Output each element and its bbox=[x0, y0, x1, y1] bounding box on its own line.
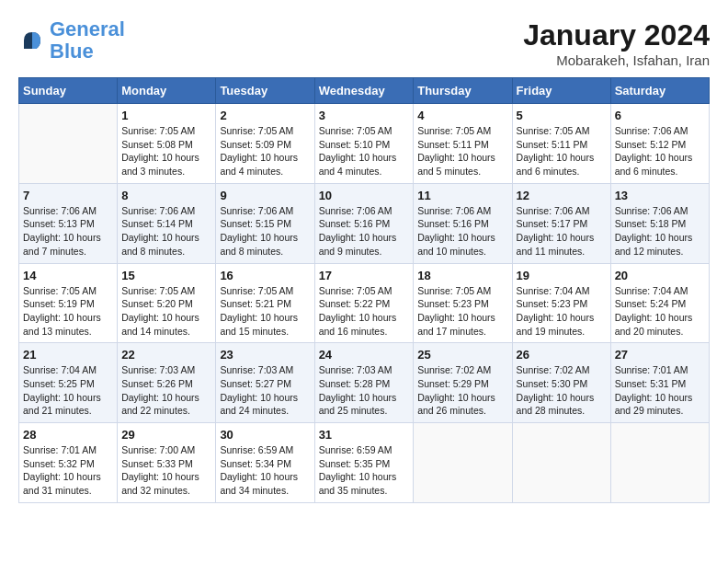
day-info: Sunrise: 7:05 AMSunset: 5:08 PMDaylight:… bbox=[121, 124, 211, 178]
day-info: Sunrise: 7:06 AMSunset: 5:16 PMDaylight:… bbox=[319, 204, 410, 259]
day-info: Sunrise: 7:05 AMSunset: 5:21 PMDaylight:… bbox=[220, 284, 310, 339]
weekday-header: Thursday bbox=[414, 78, 512, 104]
day-info: Sunrise: 7:06 AMSunset: 5:17 PMDaylight:… bbox=[517, 204, 607, 259]
day-info: Sunrise: 7:05 AMSunset: 5:11 PMDaylight:… bbox=[517, 124, 607, 178]
calendar-cell: 7Sunrise: 7:06 AMSunset: 5:13 PMDaylight… bbox=[19, 183, 118, 263]
calendar-cell: 9Sunrise: 7:06 AMSunset: 5:15 PMDaylight… bbox=[216, 183, 314, 263]
day-info: Sunrise: 7:05 AMSunset: 5:11 PMDaylight:… bbox=[417, 124, 507, 178]
day-info: Sunrise: 7:01 AMSunset: 5:31 PMDaylight:… bbox=[615, 363, 705, 418]
calendar-cell: 8Sunrise: 7:06 AMSunset: 5:14 PMDaylight… bbox=[118, 183, 216, 263]
day-number: 31 bbox=[319, 428, 410, 442]
day-number: 27 bbox=[615, 348, 705, 362]
day-info: Sunrise: 7:05 AMSunset: 5:09 PMDaylight:… bbox=[220, 124, 310, 178]
day-info: Sunrise: 7:06 AMSunset: 5:15 PMDaylight:… bbox=[220, 204, 310, 259]
calendar-cell: 19Sunrise: 7:04 AMSunset: 5:23 PMDayligh… bbox=[512, 263, 610, 343]
day-number: 26 bbox=[517, 348, 607, 362]
calendar-cell: 29Sunrise: 7:00 AMSunset: 5:33 PMDayligh… bbox=[118, 423, 216, 503]
calendar-cell: 6Sunrise: 7:06 AMSunset: 5:12 PMDaylight… bbox=[610, 104, 709, 184]
weekday-header: Tuesday bbox=[216, 78, 314, 104]
calendar-cell bbox=[19, 104, 118, 184]
calendar-cell: 10Sunrise: 7:06 AMSunset: 5:16 PMDayligh… bbox=[314, 183, 414, 263]
day-number: 23 bbox=[220, 348, 310, 362]
calendar-cell: 21Sunrise: 7:04 AMSunset: 5:25 PMDayligh… bbox=[19, 343, 118, 423]
calendar-cell: 20Sunrise: 7:04 AMSunset: 5:24 PMDayligh… bbox=[610, 263, 709, 343]
day-number: 3 bbox=[319, 109, 410, 122]
calendar-cell: 31Sunrise: 6:59 AMSunset: 5:35 PMDayligh… bbox=[314, 423, 414, 503]
logo-icon bbox=[18, 27, 46, 54]
day-info: Sunrise: 7:05 AMSunset: 5:22 PMDaylight:… bbox=[319, 284, 410, 339]
day-info: Sunrise: 7:04 AMSunset: 5:24 PMDaylight:… bbox=[615, 284, 705, 339]
day-info: Sunrise: 7:01 AMSunset: 5:32 PMDaylight:… bbox=[23, 443, 113, 498]
logo-text: GeneralBlue bbox=[50, 18, 125, 63]
logo: GeneralBlue bbox=[18, 18, 125, 63]
day-number: 1 bbox=[121, 109, 211, 122]
calendar-cell: 4Sunrise: 7:05 AMSunset: 5:11 PMDaylight… bbox=[414, 104, 512, 184]
day-number: 4 bbox=[417, 109, 507, 122]
weekday-header: Friday bbox=[512, 78, 610, 104]
day-number: 14 bbox=[23, 269, 113, 282]
calendar-cell: 18Sunrise: 7:05 AMSunset: 5:23 PMDayligh… bbox=[414, 263, 512, 343]
calendar-week-row: 21Sunrise: 7:04 AMSunset: 5:25 PMDayligh… bbox=[19, 343, 710, 423]
location: Mobarakeh, Isfahan, Iran bbox=[523, 52, 710, 68]
calendar-cell: 23Sunrise: 7:03 AMSunset: 5:27 PMDayligh… bbox=[216, 343, 314, 423]
day-number: 12 bbox=[517, 189, 607, 202]
calendar-cell: 13Sunrise: 7:06 AMSunset: 5:18 PMDayligh… bbox=[610, 183, 709, 263]
calendar-cell: 11Sunrise: 7:06 AMSunset: 5:16 PMDayligh… bbox=[414, 183, 512, 263]
weekday-header: Monday bbox=[118, 78, 216, 104]
calendar-cell: 5Sunrise: 7:05 AMSunset: 5:11 PMDaylight… bbox=[512, 104, 610, 184]
day-info: Sunrise: 7:05 AMSunset: 5:20 PMDaylight:… bbox=[121, 284, 211, 339]
day-info: Sunrise: 7:02 AMSunset: 5:30 PMDaylight:… bbox=[517, 363, 607, 418]
calendar-cell: 12Sunrise: 7:06 AMSunset: 5:17 PMDayligh… bbox=[512, 183, 610, 263]
calendar-cell: 16Sunrise: 7:05 AMSunset: 5:21 PMDayligh… bbox=[216, 263, 314, 343]
calendar-cell: 17Sunrise: 7:05 AMSunset: 5:22 PMDayligh… bbox=[314, 263, 414, 343]
day-number: 5 bbox=[517, 109, 607, 122]
day-info: Sunrise: 7:06 AMSunset: 5:14 PMDaylight:… bbox=[121, 204, 211, 259]
day-info: Sunrise: 7:03 AMSunset: 5:28 PMDaylight:… bbox=[319, 363, 410, 418]
calendar-cell: 3Sunrise: 7:05 AMSunset: 5:10 PMDaylight… bbox=[314, 104, 414, 184]
day-number: 22 bbox=[121, 348, 211, 362]
calendar-cell: 30Sunrise: 6:59 AMSunset: 5:34 PMDayligh… bbox=[216, 423, 314, 503]
day-info: Sunrise: 7:05 AMSunset: 5:10 PMDaylight:… bbox=[319, 124, 410, 178]
weekday-header: Sunday bbox=[19, 78, 118, 104]
day-info: Sunrise: 7:06 AMSunset: 5:16 PMDaylight:… bbox=[417, 204, 507, 259]
page-header: GeneralBlue January 2024 Mobarakeh, Isfa… bbox=[18, 18, 710, 68]
day-info: Sunrise: 6:59 AMSunset: 5:34 PMDaylight:… bbox=[220, 443, 310, 498]
calendar-cell bbox=[610, 423, 709, 503]
day-number: 25 bbox=[417, 348, 507, 362]
calendar-week-row: 1Sunrise: 7:05 AMSunset: 5:08 PMDaylight… bbox=[19, 104, 710, 184]
calendar-week-row: 7Sunrise: 7:06 AMSunset: 5:13 PMDaylight… bbox=[19, 183, 710, 263]
day-info: Sunrise: 7:04 AMSunset: 5:25 PMDaylight:… bbox=[23, 363, 113, 418]
calendar-cell: 25Sunrise: 7:02 AMSunset: 5:29 PMDayligh… bbox=[414, 343, 512, 423]
day-number: 28 bbox=[23, 428, 113, 442]
month-title: January 2024 bbox=[523, 18, 710, 52]
day-info: Sunrise: 7:05 AMSunset: 5:19 PMDaylight:… bbox=[23, 284, 113, 339]
day-number: 13 bbox=[615, 189, 705, 202]
day-number: 21 bbox=[23, 348, 113, 362]
day-number: 24 bbox=[319, 348, 410, 362]
day-info: Sunrise: 7:00 AMSunset: 5:33 PMDaylight:… bbox=[121, 443, 211, 498]
calendar-table: SundayMondayTuesdayWednesdayThursdayFrid… bbox=[18, 77, 710, 503]
calendar-cell: 28Sunrise: 7:01 AMSunset: 5:32 PMDayligh… bbox=[19, 423, 118, 503]
calendar-cell: 2Sunrise: 7:05 AMSunset: 5:09 PMDaylight… bbox=[216, 104, 314, 184]
day-info: Sunrise: 7:03 AMSunset: 5:26 PMDaylight:… bbox=[121, 363, 211, 418]
day-number: 10 bbox=[319, 189, 410, 202]
calendar-week-row: 28Sunrise: 7:01 AMSunset: 5:32 PMDayligh… bbox=[19, 423, 710, 503]
day-number: 11 bbox=[417, 189, 507, 202]
calendar-cell: 27Sunrise: 7:01 AMSunset: 5:31 PMDayligh… bbox=[610, 343, 709, 423]
calendar-cell bbox=[512, 423, 610, 503]
day-number: 8 bbox=[121, 189, 211, 202]
calendar-cell: 26Sunrise: 7:02 AMSunset: 5:30 PMDayligh… bbox=[512, 343, 610, 423]
calendar-cell: 22Sunrise: 7:03 AMSunset: 5:26 PMDayligh… bbox=[118, 343, 216, 423]
day-number: 2 bbox=[220, 109, 310, 122]
calendar-week-row: 14Sunrise: 7:05 AMSunset: 5:19 PMDayligh… bbox=[19, 263, 710, 343]
calendar-cell: 24Sunrise: 7:03 AMSunset: 5:28 PMDayligh… bbox=[314, 343, 414, 423]
day-number: 6 bbox=[615, 109, 705, 122]
day-info: Sunrise: 7:02 AMSunset: 5:29 PMDaylight:… bbox=[417, 363, 507, 418]
day-number: 20 bbox=[615, 269, 705, 282]
day-number: 16 bbox=[220, 269, 310, 282]
calendar-cell: 15Sunrise: 7:05 AMSunset: 5:20 PMDayligh… bbox=[118, 263, 216, 343]
day-number: 15 bbox=[121, 269, 211, 282]
weekday-header: Wednesday bbox=[314, 78, 414, 104]
calendar-cell: 14Sunrise: 7:05 AMSunset: 5:19 PMDayligh… bbox=[19, 263, 118, 343]
day-info: Sunrise: 7:06 AMSunset: 5:18 PMDaylight:… bbox=[615, 204, 705, 259]
